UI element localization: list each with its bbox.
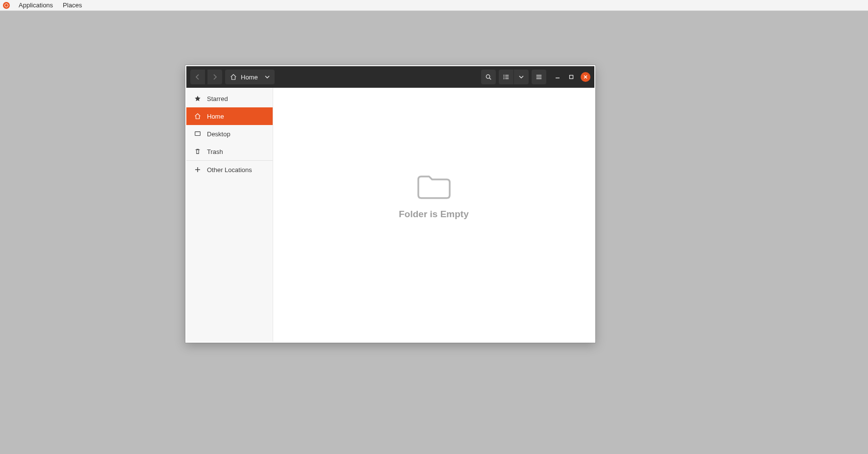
hamburger-menu-button[interactable] — [532, 70, 546, 84]
sidebar-item-label: Trash — [207, 148, 223, 155]
star-icon — [194, 95, 201, 102]
desktop-icon — [194, 130, 201, 137]
maximize-icon — [569, 75, 574, 79]
view-controls-group — [499, 70, 529, 84]
search-button[interactable] — [481, 70, 496, 84]
path-bar[interactable]: Home — [225, 70, 275, 84]
system-menu-applications[interactable]: Applications — [14, 0, 58, 10]
sidebar-item-label: Other Locations — [207, 166, 252, 174]
navigation-group — [190, 70, 222, 84]
window-controls — [553, 72, 590, 82]
forward-button[interactable] — [207, 70, 222, 84]
back-button[interactable] — [190, 70, 205, 84]
system-menubar: Applications Places — [0, 0, 868, 11]
chevron-right-icon — [212, 74, 217, 80]
trash-icon — [194, 148, 201, 155]
sidebar-item-desktop[interactable]: Desktop — [186, 125, 273, 143]
svg-line-1 — [489, 78, 491, 79]
home-icon — [194, 113, 201, 120]
content-area[interactable]: Folder is Empty — [273, 88, 594, 342]
svg-point-6 — [504, 78, 505, 79]
svg-point-0 — [486, 75, 489, 78]
sidebar: Starred Home Desktop Trash — [186, 88, 273, 342]
chevron-left-icon — [195, 74, 200, 80]
search-icon — [485, 74, 492, 80]
list-icon — [503, 74, 510, 80]
svg-rect-12 — [570, 76, 573, 79]
svg-rect-15 — [195, 132, 201, 136]
minimize-icon — [555, 75, 560, 79]
ubuntu-logo-icon — [3, 2, 10, 9]
system-menu-places[interactable]: Places — [58, 0, 87, 10]
empty-state: Folder is Empty — [399, 171, 469, 220]
sidebar-item-label: Starred — [207, 95, 228, 102]
list-view-button[interactable] — [499, 70, 513, 84]
plus-icon — [194, 166, 201, 173]
caret-down-icon — [519, 75, 524, 79]
sidebar-item-label: Desktop — [207, 130, 230, 138]
headerbar: Home — [186, 66, 594, 88]
sidebar-item-trash[interactable]: Trash — [186, 143, 273, 160]
sidebar-item-starred[interactable]: Starred — [186, 90, 273, 107]
svg-point-2 — [504, 75, 505, 76]
file-manager-window: Home — [185, 65, 595, 343]
view-options-button[interactable] — [514, 70, 529, 84]
close-button[interactable] — [581, 72, 590, 82]
path-label: Home — [241, 74, 258, 81]
window-body: Starred Home Desktop Trash — [186, 88, 594, 342]
empty-message: Folder is Empty — [399, 209, 469, 220]
minimize-button[interactable] — [553, 73, 562, 81]
sidebar-item-label: Home — [207, 113, 224, 120]
folder-icon — [399, 171, 469, 202]
sidebar-item-home[interactable]: Home — [186, 107, 273, 125]
hamburger-icon — [536, 74, 542, 80]
caret-down-icon — [265, 75, 270, 79]
close-icon — [583, 75, 588, 79]
svg-point-4 — [504, 76, 505, 77]
maximize-button[interactable] — [567, 73, 576, 81]
home-icon — [230, 74, 237, 80]
sidebar-item-other-locations[interactable]: Other Locations — [186, 161, 273, 178]
